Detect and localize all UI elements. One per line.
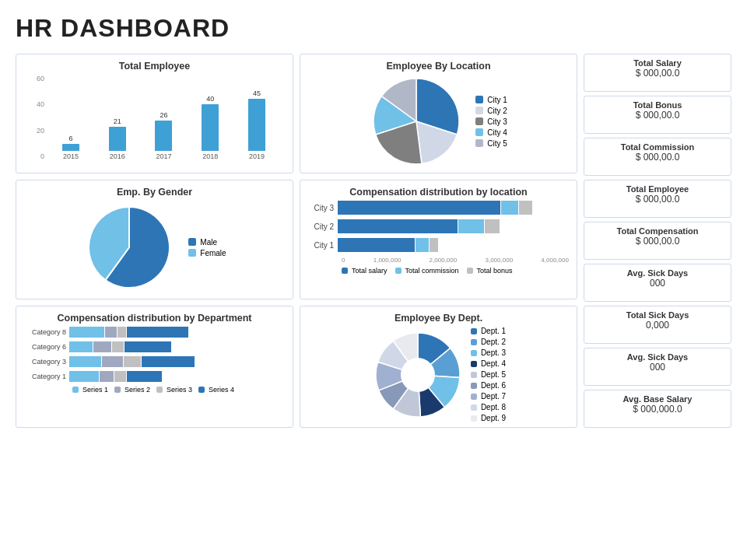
- bar-group: 452019: [233, 75, 280, 160]
- bar: [109, 127, 126, 152]
- dbar-row: Category 3: [24, 356, 285, 367]
- legend-label: Female: [200, 249, 226, 257]
- dbar-segment: [142, 356, 195, 367]
- dashboard-grid: Total Employee 6040200620152120162620174…: [16, 54, 731, 428]
- dbar-segment: [69, 327, 104, 338]
- dbar-category-label: Category 1: [24, 373, 69, 380]
- dbar-legend-label: Series 4: [209, 386, 234, 394]
- bar: [202, 104, 219, 151]
- stat-card: Total Compensation $ 000,00.0: [584, 222, 731, 260]
- hbar-segment: [485, 219, 500, 233]
- hbar-legend-label: Total bonus: [477, 267, 513, 275]
- hbar-stack: [338, 219, 500, 233]
- dbar-category-label: Category 6: [24, 343, 69, 351]
- dbar-stack: [69, 327, 189, 338]
- dept-legend-item: Dept. 4: [471, 359, 506, 368]
- stat-card: Total Commission $ 000,00.0: [584, 138, 731, 176]
- hbar-legend-label: Total commission: [405, 267, 459, 275]
- bar-value-label: 45: [253, 89, 261, 97]
- dept-legend-dot: [471, 415, 477, 422]
- dept-legend-item: Dept. 1: [471, 327, 506, 335]
- stat-card: Total Sick Days 0,000: [584, 306, 731, 344]
- hbar-axis-label: 2,000,000: [430, 257, 458, 264]
- stat-value: $ 000,00.0: [591, 236, 724, 247]
- legend-label: Male: [200, 238, 217, 247]
- hbar-row: City 1: [308, 238, 569, 252]
- stat-value: 0,000: [591, 320, 724, 331]
- legend-label: City 1: [487, 96, 507, 104]
- hbar-city-label: City 2: [308, 222, 338, 231]
- dept-legend-label: Dept. 9: [481, 414, 506, 422]
- dbar-category-label: Category 3: [24, 358, 69, 366]
- hbar-city-label: City 3: [308, 204, 338, 212]
- dbar-segment: [127, 327, 188, 338]
- stat-value: 000: [591, 362, 724, 373]
- bar-group: 262017: [141, 75, 188, 160]
- employee-by-location-chart: City 1 City 2 City 3 City 4 City 5: [308, 75, 569, 168]
- dbar-legend-label: Series 1: [82, 386, 108, 394]
- legend-dot: [475, 139, 483, 147]
- stat-card: Avg. Sick Days 000: [584, 264, 731, 302]
- dept-legend-item: Dept. 8: [471, 403, 506, 411]
- legend-label: City 5: [487, 139, 507, 148]
- dbar-segment: [93, 341, 111, 352]
- dbar-legend-dot: [72, 387, 79, 393]
- bar-value-label: 26: [160, 111, 167, 119]
- stat-label: Total Salary: [591, 58, 724, 68]
- hbar-segment: [338, 219, 458, 233]
- compensation-by-location-chart: City 3City 2City 101,000,0002,000,0003,0…: [308, 201, 569, 275]
- stat-label: Total Bonus: [591, 100, 724, 110]
- hbar-legend-item: Total salary: [342, 267, 388, 275]
- hbar-stack: [338, 201, 533, 215]
- dept-pie-area: Dept. 1 Dept. 2 Dept. 3 Dept. 4 Dept. 5 …: [308, 327, 569, 422]
- legend-dot: [475, 96, 483, 103]
- dbar-legend-dot: [198, 387, 205, 393]
- dept-legend-dot: [471, 404, 477, 411]
- legend-item: City 2: [475, 107, 507, 115]
- hbar-axis-label: 0: [342, 257, 345, 264]
- stat-label: Avg. Base Salary: [591, 394, 724, 404]
- legend-dot: [475, 117, 483, 125]
- stat-card: Avg. Sick Days 000: [584, 348, 731, 386]
- dept-legend-label: Dept. 7: [481, 392, 506, 401]
- bar-group: 212016: [94, 75, 141, 160]
- stat-label: Avg. Sick Days: [591, 352, 724, 362]
- hbar-stack: [338, 238, 439, 252]
- stats-column: Total Salary $ 000,00.0Total Bonus $ 000…: [584, 54, 731, 428]
- bar-year-label: 2016: [110, 152, 125, 160]
- dept-legend-label: Dept. 3: [481, 348, 506, 357]
- bar-value-label: 6: [68, 135, 72, 142]
- stat-card: Total Employee $ 000,00.0: [584, 180, 731, 218]
- dbar-segment: [102, 356, 122, 367]
- location-pie-svg: [370, 75, 463, 168]
- stat-label: Avg. Sick Days: [591, 268, 724, 278]
- svg-point-0: [401, 358, 435, 392]
- bar-chart-y-axis: 6040200: [24, 75, 44, 160]
- dbar-legend-item: Series 3: [156, 386, 192, 394]
- compensation-by-location-card: Compensation distribution by location Ci…: [300, 180, 577, 299]
- dept-legend-item: Dept. 3: [471, 348, 506, 357]
- compensation-by-dept-chart: Category 8Category 6Category 3Category 1…: [24, 327, 285, 394]
- stat-label: Total Commission: [591, 142, 724, 152]
- legend-dot: [188, 249, 196, 257]
- dbar-stack: [69, 371, 163, 382]
- bar-year-label: 2017: [156, 152, 171, 160]
- gender-legend: Male Female: [188, 238, 226, 257]
- dbar-row: Category 1: [24, 371, 285, 382]
- hbar-axis-label: 4,000,000: [541, 257, 569, 264]
- dbar-segment: [117, 327, 126, 338]
- hbar-legend-dot: [342, 268, 348, 274]
- dbar-segment: [112, 341, 124, 352]
- page-title: HR DASHBOARD: [16, 14, 731, 43]
- employee-by-location-title: Employee By Location: [308, 61, 569, 72]
- bar: [62, 144, 79, 151]
- hbar-row: City 3: [308, 201, 569, 215]
- dept-legend-item: Dept. 6: [471, 381, 506, 390]
- dept-legend-dot: [471, 328, 477, 334]
- dbar-segment: [69, 371, 99, 382]
- dbar-row: Category 8: [24, 327, 285, 338]
- legend-label: City 2: [487, 107, 507, 115]
- dbar-stack: [69, 341, 172, 352]
- bar-value-label: 40: [206, 95, 214, 103]
- hbar-segment: [519, 201, 532, 215]
